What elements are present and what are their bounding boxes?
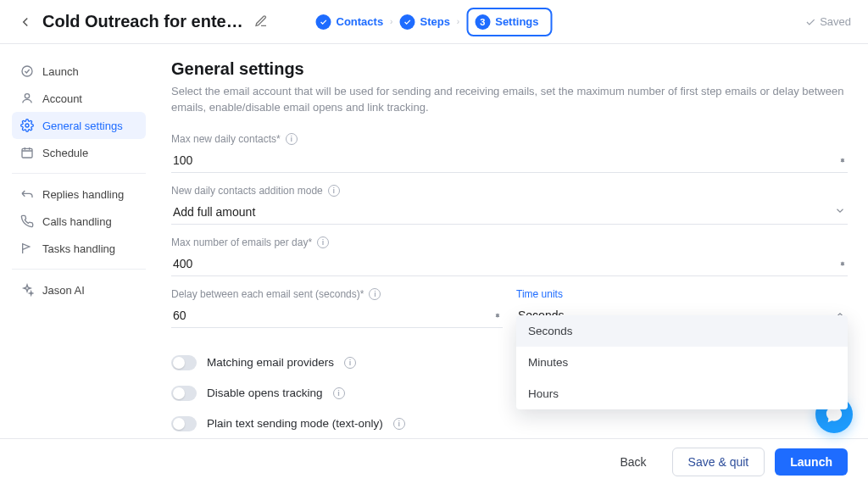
switch[interactable]	[171, 416, 197, 431]
dropdown-option-minutes[interactable]: Minutes	[516, 347, 848, 378]
section-description: Select the email account that will be us…	[171, 84, 848, 116]
field-max-new-contacts: Max new daily contacts* i ▲▼	[171, 133, 848, 173]
sidebar-item-calls[interactable]: Calls handling	[12, 208, 146, 235]
sidebar-item-jason-ai[interactable]: Jason AI	[12, 276, 146, 303]
svg-rect-3	[22, 148, 32, 158]
dropdown-option-hours[interactable]: Hours	[516, 378, 848, 409]
field-time-units: Time units Seconds Minutes Hours	[516, 288, 848, 329]
sidebar-item-label: Tasks handling	[42, 242, 115, 255]
toggle-label: Plain text sending mode (text-only)	[207, 417, 383, 430]
field-max-emails: Max number of emails per day* i ▲▼	[171, 236, 848, 276]
sidebar-item-tasks[interactable]: Tasks handling	[12, 235, 146, 262]
info-icon[interactable]: i	[328, 185, 340, 197]
sidebar-item-label: General settings	[42, 120, 123, 132]
sidebar-item-label: Account	[42, 92, 82, 105]
max-new-contacts-input[interactable]	[171, 148, 848, 173]
step-label: Steps	[420, 15, 449, 28]
sidebar-item-label: Calls handling	[42, 215, 112, 228]
page-title: Cold Outreach for enterpre...	[42, 12, 246, 31]
sparkle-icon	[20, 283, 34, 297]
svg-point-0	[22, 66, 32, 76]
calendar-icon	[20, 146, 34, 159]
field-label: Delay between each email sent (seconds)*…	[171, 288, 503, 300]
sidebar-item-label: Jason AI	[42, 284, 85, 297]
toggle-label: Matching email providers	[207, 356, 334, 369]
main-content: General settings Select the email accoun…	[153, 44, 868, 438]
step-number: 3	[475, 14, 490, 30]
check-icon	[315, 14, 331, 30]
check-circle-icon	[20, 64, 34, 78]
info-icon[interactable]: i	[286, 133, 298, 145]
sidebar-item-general-settings[interactable]: General settings	[12, 112, 146, 139]
save-quit-button[interactable]: Save & quit	[672, 448, 765, 476]
step-label: Contacts	[336, 15, 383, 28]
step-label: Settings	[495, 15, 538, 28]
info-icon[interactable]: i	[393, 418, 405, 430]
field-label: Max new daily contacts* i	[171, 133, 848, 145]
sidebar: Launch Account General settings Schedule…	[0, 44, 153, 438]
field-label: Max number of emails per day* i	[171, 236, 848, 248]
field-addition-mode: New daily contacts addition mode i	[171, 185, 848, 225]
sidebar-separator	[12, 269, 146, 270]
gear-icon	[20, 119, 34, 132]
time-units-dropdown: Seconds Minutes Hours	[516, 315, 848, 409]
footer-bar: Back Save & quit Launch	[0, 438, 868, 484]
addition-mode-select[interactable]	[171, 200, 848, 225]
sidebar-item-label: Schedule	[42, 147, 88, 159]
sidebar-item-label: Replies handling	[42, 188, 124, 201]
info-icon[interactable]: i	[333, 387, 345, 399]
section-heading: General settings	[171, 59, 848, 79]
svg-point-2	[25, 124, 29, 127]
field-label: Time units	[516, 288, 848, 300]
phone-icon	[20, 214, 34, 228]
step-steps[interactable]: Steps	[399, 14, 449, 30]
sidebar-item-schedule[interactable]: Schedule	[12, 139, 146, 166]
info-icon[interactable]: i	[369, 288, 381, 300]
saved-status: Saved	[804, 15, 851, 28]
wizard-stepper: Contacts › Steps › 3 Settings	[315, 8, 552, 36]
chevron-right-icon: ›	[457, 17, 459, 26]
dropdown-option-seconds[interactable]: Seconds	[516, 315, 848, 347]
sidebar-separator	[12, 173, 146, 174]
svg-point-1	[25, 94, 29, 98]
toggle-plain-text: Plain text sending mode (text-only) i	[171, 409, 848, 438]
flag-icon	[20, 242, 34, 255]
sidebar-item-label: Launch	[42, 65, 79, 78]
sidebar-item-account[interactable]: Account	[12, 85, 146, 112]
toggle-label: Disable opens tracking	[207, 387, 323, 399]
chevron-right-icon: ›	[390, 17, 392, 26]
back-arrow-icon[interactable]	[17, 14, 34, 31]
reply-icon	[20, 187, 34, 201]
step-settings[interactable]: 3 Settings	[466, 8, 552, 36]
field-delay: Delay between each email sent (seconds)*…	[171, 288, 503, 329]
info-icon[interactable]: i	[317, 236, 329, 248]
field-label: New daily contacts addition mode i	[171, 185, 848, 197]
max-emails-input[interactable]	[171, 252, 848, 276]
check-icon	[399, 14, 415, 30]
sidebar-item-replies[interactable]: Replies handling	[12, 181, 146, 208]
edit-title-icon[interactable]	[254, 14, 270, 30]
user-icon	[20, 92, 34, 105]
switch[interactable]	[171, 355, 197, 370]
back-button[interactable]: Back	[604, 448, 661, 476]
top-bar: Cold Outreach for enterpre... Contacts ›…	[0, 0, 868, 44]
sidebar-item-launch[interactable]: Launch	[12, 58, 146, 85]
info-icon[interactable]: i	[344, 357, 356, 369]
switch[interactable]	[171, 386, 197, 401]
delay-input[interactable]	[171, 303, 503, 328]
launch-button[interactable]: Launch	[775, 448, 848, 476]
step-contacts[interactable]: Contacts	[315, 14, 383, 30]
